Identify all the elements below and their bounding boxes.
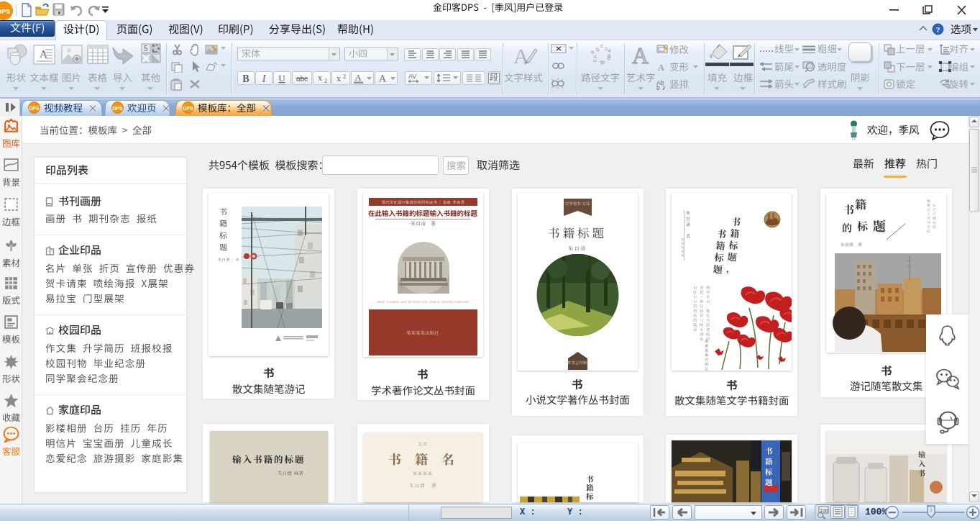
svg-text:c: c: [600, 42, 604, 50]
svg-text:DPS: DPS: [183, 106, 193, 111]
svg-text:b: b: [656, 84, 660, 90]
svg-text:A: A: [354, 72, 362, 83]
svg-text:DPS: DPS: [112, 106, 123, 111]
svg-text:5: 5: [144, 45, 148, 53]
svg-text:I: I: [262, 73, 267, 84]
svg-text:abc: abc: [296, 75, 308, 83]
svg-text:A: A: [632, 42, 649, 68]
svg-text:AV: AV: [408, 73, 416, 80]
svg-text:100: 100: [820, 508, 828, 513]
svg-text:x: x: [318, 73, 322, 83]
svg-text:DPS: DPS: [29, 106, 40, 111]
svg-text:?: ?: [936, 25, 940, 34]
svg-text:b: b: [595, 46, 600, 53]
svg-text:x: x: [336, 73, 341, 83]
svg-text:c: c: [604, 46, 608, 53]
svg-text:A: A: [379, 73, 387, 84]
svg-text:2: 2: [324, 78, 327, 84]
svg-text:U: U: [278, 73, 285, 83]
svg-text:DPS: DPS: [0, 8, 10, 15]
svg-text:A: A: [513, 44, 529, 68]
svg-text:2: 2: [343, 73, 346, 80]
svg-text:A: A: [658, 63, 664, 71]
svg-text:B: B: [242, 73, 249, 84]
